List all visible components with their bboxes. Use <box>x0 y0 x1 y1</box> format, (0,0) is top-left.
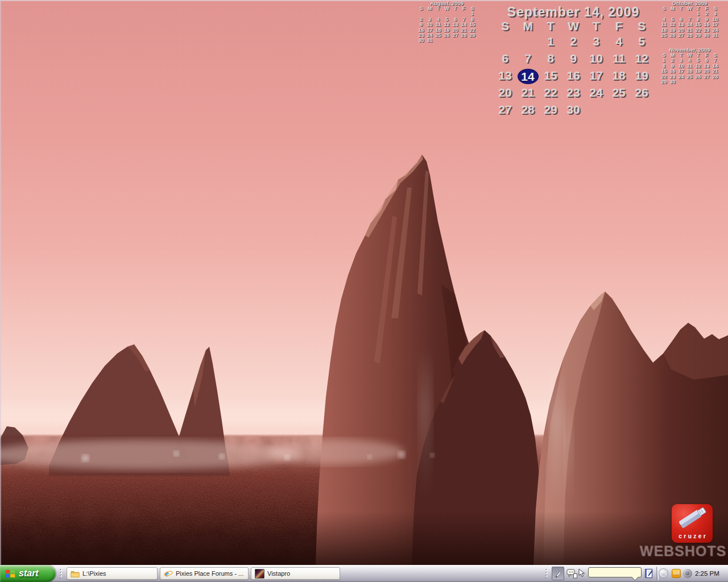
calendar-day-cell: 28 <box>460 33 468 38</box>
calendar-day-cell: 25 <box>685 74 694 80</box>
start-label: start <box>19 568 42 579</box>
u3-launchpad-icon[interactable]: U3 <box>672 569 681 578</box>
windows-logo-icon <box>5 568 16 579</box>
calendar-day-cell: 7 <box>516 50 539 67</box>
desktop: August, 2009 SMTWTFS12345678910111213141… <box>0 0 728 582</box>
calendar-day-cell: 28 <box>711 74 719 80</box>
calendar-day-cell: 29 <box>694 33 702 38</box>
main-calendar-september: September 14, 2009 SMTWTFS12345678910111… <box>494 5 653 118</box>
start-button[interactable]: start <box>0 565 56 582</box>
calendar-day-cell: 25 <box>660 33 668 38</box>
calendar-day-cell: 27 <box>451 33 460 38</box>
calendar-day-cell <box>694 80 702 85</box>
calendar-day-header: S <box>417 6 425 11</box>
calendar-title: September 14, 2009 <box>494 5 653 19</box>
calendar-day-cell: 13 <box>494 67 516 84</box>
calendar-day-cell: 26 <box>442 33 451 38</box>
tray-clock[interactable]: 2:25 PM <box>695 565 719 582</box>
calendar-day-cell: 30 <box>562 101 585 118</box>
calendar-day-header: T <box>451 6 460 11</box>
calendar-day-cell: 30 <box>417 38 425 43</box>
calendar-day-cell <box>468 38 477 43</box>
calendar-day-cell: 21 <box>516 84 539 101</box>
foreground-shade <box>0 512 728 565</box>
calendar-day-header: F <box>607 19 630 33</box>
calendar-day-cell <box>585 101 607 118</box>
device-icon[interactable] <box>683 569 692 578</box>
mini-calendar-october: October, 2009 SMTWTFS1234567891011121314… <box>660 0 719 38</box>
hidden-icons-chevron-icon[interactable]: « <box>659 568 668 578</box>
tray-toolbar-grip[interactable] <box>545 568 551 579</box>
calendar-day-header: S <box>494 19 516 33</box>
calendar-day-header: S <box>660 6 668 11</box>
cruzer-label: cruzer <box>672 533 713 539</box>
taskbar-button-vistapro[interactable]: Vistapro <box>251 567 340 580</box>
svg-text:e: e <box>165 569 169 578</box>
taskbar-button-label: L:\Pixies <box>82 570 106 577</box>
input-balloon[interactable] <box>588 567 642 577</box>
pen-icon <box>554 569 562 578</box>
calendar-day-cell: 2 <box>562 33 585 50</box>
calendar-day-cell: 29 <box>539 101 562 118</box>
calendar-day-cell: 4 <box>607 33 630 50</box>
taskbar-grip[interactable] <box>59 568 62 579</box>
calendar-day-cell: 30 <box>668 80 677 85</box>
cursor-icon[interactable] <box>578 568 586 578</box>
calendar-day-cell: 8 <box>539 50 562 67</box>
calendar-day-cell: 28 <box>685 33 694 38</box>
calendar-day-cell: 10 <box>585 50 607 67</box>
journal-icon[interactable] <box>644 568 654 579</box>
calendar-day-header: M <box>516 19 539 33</box>
cruzer-usb-drive-icon <box>674 505 710 530</box>
calendar-day-cell: 27 <box>677 33 685 38</box>
internet-explorer-icon: e <box>164 569 173 578</box>
mini-calendar-november: November, 2009 SMTWTFS123456789101112131… <box>660 47 719 85</box>
calendar-day-cell: 25 <box>434 33 442 38</box>
webshots-watermark: WEBSHOTS <box>640 543 727 560</box>
calendar-day-cell: 26 <box>630 84 653 101</box>
calendar-day-cell: 14 <box>516 67 539 84</box>
calendar-day-header: T <box>677 6 685 11</box>
calendar-day-cell <box>630 101 653 118</box>
desktop-icon-cruzer[interactable]: cruzer <box>672 504 713 543</box>
taskbar-button-pixies-folder[interactable]: L:\Pixies <box>67 567 158 580</box>
calendar-day-cell: 23 <box>562 84 585 101</box>
calendar-day-cell <box>702 80 711 85</box>
speech-bubble-icon[interactable] <box>566 569 578 579</box>
calendar-day-cell: 18 <box>607 67 630 84</box>
pen-tool-button[interactable] <box>552 567 564 580</box>
calendar-day-cell: 9 <box>562 50 585 67</box>
calendar-day-cell: 17 <box>585 67 607 84</box>
calendar-day-cell: 15 <box>539 67 562 84</box>
folder-icon <box>71 570 80 577</box>
calendar-day-cell: 3 <box>585 33 607 50</box>
calendar-day-header: T <box>434 6 442 11</box>
calendar-selected-day: 14 <box>518 69 538 84</box>
calendar-day-cell: 11 <box>607 50 630 67</box>
calendar-day-cell: 5 <box>630 33 653 50</box>
calendar-day-cell: 1 <box>539 33 562 50</box>
calendar-day-cell <box>685 80 694 85</box>
calendar-day-cell: 27 <box>494 101 516 118</box>
calendar-day-cell <box>494 33 516 50</box>
calendar-day-cell: 16 <box>562 67 585 84</box>
calendar-day-cell <box>516 33 539 50</box>
taskbar-button-label: Vistapro <box>267 570 290 577</box>
taskbar-button-label: Pixies Place Forums - ... <box>176 570 243 577</box>
calendar-day-header: T <box>539 19 562 33</box>
calendar-day-cell <box>434 38 442 43</box>
calendar-day-cell: 31 <box>711 33 719 38</box>
calendar-day-cell: 29 <box>468 33 477 38</box>
calendar-day-cell: 24 <box>677 74 685 80</box>
calendar-day-cell <box>607 101 630 118</box>
taskbar-button-pixies-forums[interactable]: e Pixies Place Forums - ... <box>160 567 249 580</box>
calendar-day-cell: 28 <box>516 101 539 118</box>
calendar-day-cell: 26 <box>668 33 677 38</box>
calendar-day-cell <box>711 80 719 85</box>
calendar-day-header: W <box>685 6 694 11</box>
calendar-day-cell: 24 <box>585 84 607 101</box>
calendar-day-cell: 31 <box>425 38 434 43</box>
calendar-day-cell <box>460 38 468 43</box>
calendar-day-header: W <box>442 6 451 11</box>
taskbar: start L:\Pixies e Pixies Place Forums - … <box>0 565 728 582</box>
